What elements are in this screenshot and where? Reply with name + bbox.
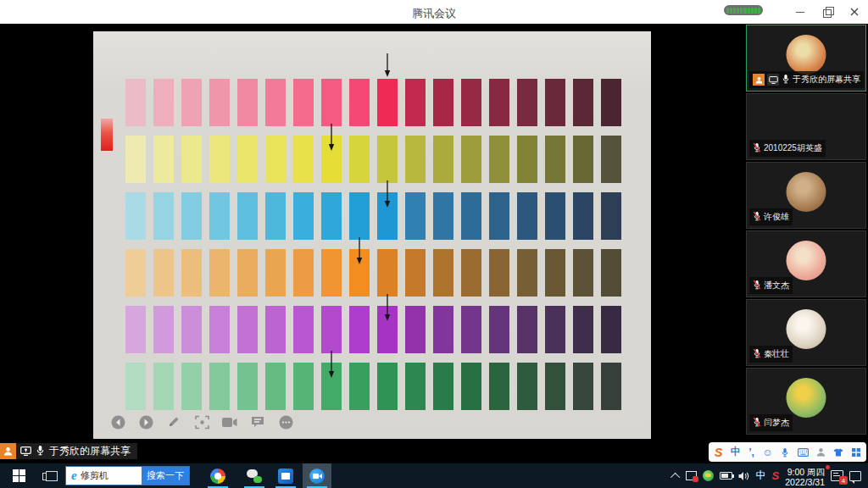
swatch <box>125 192 146 240</box>
ime-mode-icon[interactable]: 中 <box>731 445 741 459</box>
annotation-toolbar <box>110 414 293 430</box>
start-button[interactable] <box>0 463 38 488</box>
antivirus-icon[interactable] <box>703 470 714 481</box>
account-icon[interactable] <box>816 447 826 457</box>
swatch <box>405 363 426 410</box>
action-center-icon[interactable] <box>849 471 861 481</box>
voice-input-icon[interactable] <box>781 447 789 458</box>
swatch-row-yellow <box>125 136 621 183</box>
camera-icon[interactable] <box>222 414 237 430</box>
sogou-logo-icon[interactable]: S <box>715 446 722 459</box>
swatch <box>181 192 202 240</box>
swatch <box>349 192 370 240</box>
battery-tray-icon[interactable] <box>720 472 732 480</box>
restore-button[interactable] <box>822 7 832 17</box>
participant-tile[interactable]: 闫梦杰 <box>746 368 866 435</box>
taskbar-app-browser[interactable] <box>203 463 232 488</box>
swatch <box>153 192 174 240</box>
swatch <box>601 363 621 410</box>
notification-icon[interactable]: 4 <box>831 470 843 481</box>
clock-alert-dot <box>826 465 830 469</box>
hidden-icons-chevron[interactable] <box>673 473 680 480</box>
taskbar-app-wechat[interactable] <box>240 463 269 488</box>
taskbar-clock[interactable]: 9:00 周四 2022/3/31 <box>785 465 825 487</box>
swatch <box>349 363 370 410</box>
volume-icon[interactable] <box>738 471 750 481</box>
screen-share-banner: 于秀欣的屏幕共享 <box>0 443 137 459</box>
swatch <box>461 136 481 183</box>
swatch <box>489 363 509 410</box>
swatch <box>321 363 342 410</box>
swatch <box>405 136 426 183</box>
pencil-icon[interactable] <box>166 414 181 430</box>
emoji-icon[interactable]: ☺ <box>762 446 772 458</box>
blue-app-icon <box>278 469 293 484</box>
taskbar-search[interactable]: e 搜索一下 <box>65 466 190 485</box>
swatch <box>545 306 565 353</box>
swatch <box>461 249 481 297</box>
swatch <box>573 249 593 297</box>
swatch <box>293 192 314 240</box>
taskbar-app-docs[interactable] <box>271 463 300 488</box>
taskbar-app-meeting[interactable] <box>303 463 331 488</box>
swatch <box>265 306 286 353</box>
mic-icon <box>753 347 761 362</box>
participant-tile[interactable]: 许俊雄 <box>746 162 866 229</box>
toolbox-icon[interactable] <box>852 448 860 457</box>
swatch <box>153 79 174 126</box>
swatch <box>209 249 230 297</box>
mic-icon <box>753 415 761 430</box>
swatch <box>265 249 286 297</box>
mic-icon <box>782 72 790 87</box>
search-input[interactable] <box>81 471 142 481</box>
swatch <box>433 249 453 297</box>
virtual-keyboard-icon[interactable] <box>798 448 809 457</box>
swatch <box>209 306 230 353</box>
participant-tile[interactable]: 秦壮壮 <box>746 299 866 366</box>
screen-share-icon <box>20 444 31 459</box>
swatch <box>573 306 593 353</box>
previous-icon[interactable] <box>110 414 125 430</box>
participant-tile[interactable]: 于秀欣的屏幕共享 <box>746 25 866 92</box>
swatch <box>153 136 174 183</box>
sogou-ime-bar: S中’,☺ <box>709 442 866 462</box>
swatch <box>293 249 314 297</box>
screen-share-icon <box>767 74 779 86</box>
play-icon[interactable] <box>138 414 153 430</box>
close-button[interactable] <box>849 7 860 17</box>
wechat-icon <box>247 469 262 483</box>
ime-indicator[interactable]: 中 <box>756 469 766 483</box>
clock-date: 2022/3/31 <box>785 477 825 487</box>
window-alert-icon[interactable] <box>686 471 697 480</box>
task-view-button[interactable] <box>38 463 65 488</box>
participant-namebar: 于秀欣的屏幕共享 <box>749 71 864 88</box>
avatar <box>787 35 826 75</box>
swatch <box>265 136 286 183</box>
more-icon[interactable] <box>278 414 293 430</box>
title-bar: 腾讯会议 <box>0 0 868 24</box>
skin-center-icon[interactable] <box>833 448 843 457</box>
participant-namebar: 许俊雄 <box>749 208 793 225</box>
swatch <box>433 192 453 240</box>
sogou-tray-icon[interactable]: S <box>772 469 780 482</box>
swatch <box>377 136 398 183</box>
search-button[interactable]: 搜索一下 <box>142 467 189 485</box>
comment-icon[interactable] <box>250 414 265 430</box>
meeting-app-icon <box>309 469 325 484</box>
capture-frame-icon[interactable] <box>194 414 209 430</box>
swatch <box>321 79 342 126</box>
swatch <box>209 363 230 410</box>
punctuation-icon[interactable]: ’, <box>748 446 754 458</box>
participant-tile[interactable]: 潘文杰 <box>746 230 866 297</box>
swatch <box>601 192 621 240</box>
swatch <box>293 79 314 126</box>
avatar <box>787 241 826 280</box>
system-tray: 中 S 9:00 周四 2022/3/31 4 <box>673 463 868 488</box>
swatch <box>545 249 565 297</box>
swatch <box>293 363 314 410</box>
swatch <box>405 192 426 240</box>
presenter-icon <box>753 74 765 86</box>
swatch <box>377 249 398 297</box>
participant-tile[interactable]: 2010225胡英盛 <box>746 93 866 160</box>
minimize-button[interactable] <box>795 7 805 17</box>
